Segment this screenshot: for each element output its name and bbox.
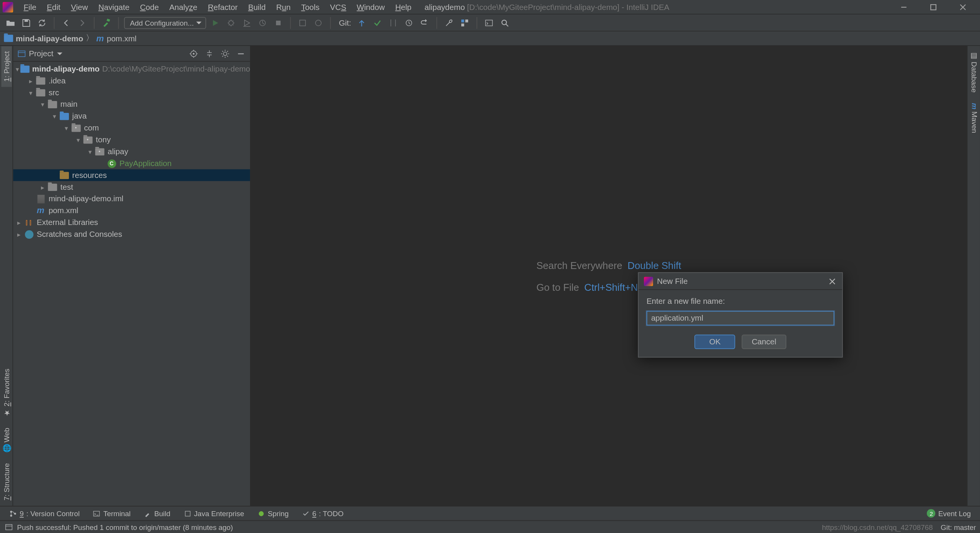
tab-todo[interactable]: 6: TODO xyxy=(295,508,350,518)
menu-window[interactable]: Window xyxy=(351,1,390,13)
menu-view[interactable]: View xyxy=(66,1,93,13)
maximize-button[interactable] xyxy=(918,0,948,13)
tab-event-log[interactable]: 2 Event Log xyxy=(921,508,977,519)
profile-icon[interactable] xyxy=(256,16,269,29)
project-structure-icon[interactable] xyxy=(458,16,471,29)
tree-pkg-com[interactable]: com xyxy=(13,122,250,134)
build-hammer-icon[interactable] xyxy=(100,16,113,29)
minimize-button[interactable] xyxy=(889,0,918,13)
search-everywhere-icon[interactable] xyxy=(498,16,511,29)
svg-rect-18 xyxy=(18,51,25,56)
menu-navigate[interactable]: Navigate xyxy=(93,1,135,13)
collapse-all-icon[interactable] xyxy=(204,48,214,59)
tree-main[interactable]: main xyxy=(13,98,250,110)
file-name-input[interactable] xyxy=(647,311,834,326)
event-badge: 2 xyxy=(927,509,936,518)
tree-test[interactable]: test xyxy=(13,181,250,193)
menu-run[interactable]: Run xyxy=(271,1,296,13)
git-compare-icon[interactable] xyxy=(387,16,400,29)
attach-icon[interactable] xyxy=(296,16,309,29)
app-logo-icon xyxy=(644,277,653,286)
tab-java-ee[interactable]: Java Enterprise xyxy=(177,508,251,518)
dialog-close-button[interactable] xyxy=(828,277,837,286)
back-icon[interactable] xyxy=(60,16,73,29)
tree-pkg-tony[interactable]: tony xyxy=(13,134,250,146)
project-tool-title-label: Project xyxy=(29,49,53,58)
tree-ext-lib[interactable]: ⫿⫿ External Libraries xyxy=(13,217,250,228)
tree-pom[interactable]: m pom.xml xyxy=(13,205,250,217)
menu-build[interactable]: Build xyxy=(243,1,271,13)
tab-project[interactable]: 1: Project xyxy=(1,46,11,87)
tab-favorites[interactable]: ★ 2: Favorites xyxy=(1,363,12,422)
menu-help[interactable]: Help xyxy=(390,1,417,13)
locate-icon[interactable] xyxy=(188,48,199,59)
menu-analyze[interactable]: Analyze xyxy=(164,1,203,13)
tree-iml[interactable]: mind-alipay-demo.iml xyxy=(13,193,250,205)
tree-label: pom.xml xyxy=(49,206,78,215)
save-icon[interactable] xyxy=(20,16,33,29)
breadcrumb-file[interactable]: m pom.xml xyxy=(96,34,137,43)
tab-spring[interactable]: Spring xyxy=(251,508,295,518)
menu-refactor[interactable]: Refactor xyxy=(203,1,243,13)
menubar: File Edit View Navigate Code Analyze Ref… xyxy=(18,1,417,13)
cancel-button[interactable]: Cancel xyxy=(742,334,786,349)
status-branch[interactable]: Git: master xyxy=(941,523,976,531)
folder-icon xyxy=(36,89,45,96)
menu-file[interactable]: File xyxy=(18,1,42,13)
svg-rect-13 xyxy=(465,19,468,22)
git-rollback-icon[interactable] xyxy=(418,16,431,29)
tab-maven[interactable]: m Maven xyxy=(967,98,980,139)
breadcrumb-root[interactable]: mind-alipay-demo xyxy=(4,34,83,43)
svg-rect-15 xyxy=(485,20,492,26)
attach-debug-icon[interactable] xyxy=(312,16,325,29)
stop-icon[interactable] xyxy=(272,16,285,29)
tree-pkg-alipay[interactable]: alipay xyxy=(13,146,250,158)
project-tool-title[interactable]: Project xyxy=(17,49,63,58)
status-window-icon[interactable] xyxy=(4,523,13,532)
tree-idea[interactable]: .idea xyxy=(13,75,250,86)
menu-vcs[interactable]: VCS xyxy=(325,1,351,13)
git-commit-icon[interactable] xyxy=(371,16,384,29)
tree-scratches[interactable]: Scratches and Consoles xyxy=(13,228,250,240)
status-bar: Push successful: Pushed 1 commit to orig… xyxy=(0,520,980,533)
settings-wrench-icon[interactable] xyxy=(442,16,455,29)
run-anything-icon[interactable] xyxy=(482,16,495,29)
tree-label: java xyxy=(72,111,87,121)
project-tree[interactable]: mind-alipay-demo D:\code\MyGiteeProject\… xyxy=(13,62,250,506)
coverage-icon[interactable] xyxy=(240,16,253,29)
close-button[interactable] xyxy=(948,0,977,13)
tree-class-pay[interactable]: PayApplication xyxy=(13,158,250,170)
tab-web[interactable]: 🌐 Web xyxy=(1,422,12,458)
module-icon xyxy=(20,65,29,73)
sync-icon[interactable] xyxy=(36,16,49,29)
source-folder-icon xyxy=(60,112,69,120)
menu-tools[interactable]: Tools xyxy=(296,1,325,13)
tree-resources[interactable]: resources xyxy=(13,169,250,181)
tree-java[interactable]: java xyxy=(13,110,250,122)
menu-edit[interactable]: Edit xyxy=(42,1,66,13)
gear-icon[interactable] xyxy=(220,48,230,59)
git-update-icon[interactable] xyxy=(355,16,368,29)
ok-button[interactable]: OK xyxy=(695,334,735,349)
maven-icon: m xyxy=(37,207,45,215)
tab-build[interactable]: Build xyxy=(137,508,177,518)
tree-label: mind-alipay-demo xyxy=(32,64,100,73)
window-controls xyxy=(889,0,977,13)
project-tool-header: Project xyxy=(13,46,250,62)
editor-empty-state: Search Everywhere Double Shift Go to Fil… xyxy=(251,46,967,506)
tab-vcs[interactable]: 9: Version Control xyxy=(3,508,87,518)
tree-label: PayApplication xyxy=(119,159,172,168)
open-icon[interactable] xyxy=(4,16,17,29)
menu-code[interactable]: Code xyxy=(135,1,164,13)
tab-terminal[interactable]: Terminal xyxy=(86,508,137,518)
tree-src[interactable]: src xyxy=(13,86,250,98)
hide-icon[interactable] xyxy=(236,48,246,59)
tree-root[interactable]: mind-alipay-demo D:\code\MyGiteeProject\… xyxy=(13,63,250,75)
debug-icon[interactable] xyxy=(225,16,238,29)
tab-database[interactable]: ▤ Database xyxy=(967,46,980,98)
run-config-dropdown[interactable]: Add Configuration... xyxy=(124,17,206,29)
run-icon[interactable] xyxy=(209,16,222,29)
forward-icon[interactable] xyxy=(75,16,88,29)
tab-structure[interactable]: 7: Structure xyxy=(1,458,11,506)
git-history-icon[interactable] xyxy=(402,16,415,29)
